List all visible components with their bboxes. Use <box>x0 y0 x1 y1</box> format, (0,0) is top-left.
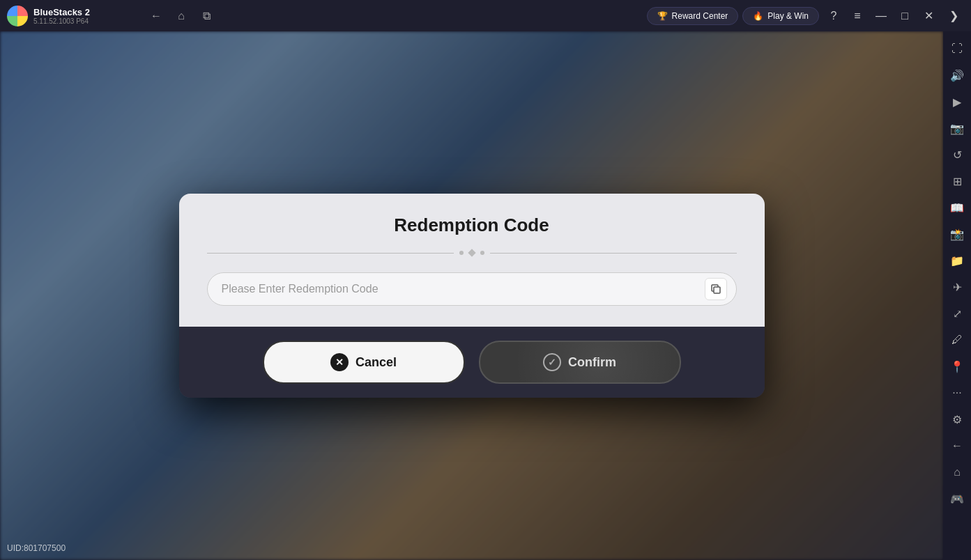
modal-top: Redemption Code <box>179 194 765 327</box>
more-icon[interactable]: ··· <box>945 381 969 405</box>
gamepad-icon[interactable]: 🎮 <box>945 487 969 511</box>
resize-icon[interactable]: ⤢ <box>945 302 969 325</box>
refresh-icon[interactable]: ↺ <box>945 143 969 166</box>
reward-icon: 🏆 <box>657 11 668 21</box>
topbar-left: BlueStacks 2 5.11.52.1003 P64 <box>0 6 139 26</box>
copy-nav-icon[interactable]: ⧉ <box>197 6 216 26</box>
back-nav-icon[interactable]: ← <box>146 6 166 26</box>
input-wrapper <box>207 272 737 306</box>
brush-icon[interactable]: 🖊 <box>945 328 969 352</box>
home2-icon[interactable]: ⌂ <box>945 460 969 484</box>
redemption-code-input[interactable] <box>207 272 737 306</box>
modal-divider <box>207 250 737 256</box>
play-icon: 🔥 <box>753 11 763 21</box>
home-nav-icon[interactable]: ⌂ <box>171 6 191 26</box>
help-button[interactable]: ? <box>823 6 844 26</box>
topbar-nav: ← ⌂ ⧉ <box>139 6 223 26</box>
confirm-button[interactable]: ✓ Confirm <box>479 341 681 384</box>
topbar-icons: ? ≡ — □ ✕ <box>823 6 939 26</box>
cancel-icon: ✕ <box>330 353 349 371</box>
close-button[interactable]: ✕ <box>918 6 939 26</box>
book-icon[interactable]: 📖 <box>945 196 969 219</box>
folder-icon[interactable]: 📁 <box>945 249 969 272</box>
divider-dot-2 <box>480 251 484 255</box>
location-icon[interactable]: 📍 <box>945 355 969 378</box>
camera-icon[interactable]: 📷 <box>945 116 969 140</box>
play-win-label: Play & Win <box>767 11 809 21</box>
cancel-button[interactable]: ✕ Cancel <box>263 341 465 384</box>
minimize-button[interactable]: — <box>871 6 892 26</box>
right-sidebar: ⛶ 🔊 ▶ 📷 ↺ ⊞ 📖 📸 📁 ✈ ⤢ 🖊 📍 ··· ⚙ ← ⌂ 🎮 <box>943 31 971 560</box>
modal-title: Redemption Code <box>207 215 737 236</box>
confirm-label: Confirm <box>568 355 616 370</box>
cancel-label: Cancel <box>355 355 397 370</box>
svg-rect-0 <box>714 287 720 293</box>
volume-icon[interactable]: 🔊 <box>945 63 969 87</box>
app-title: BlueStacks 2 <box>33 7 90 17</box>
settings-icon[interactable]: ⚙ <box>945 407 969 431</box>
divider-line-right <box>490 253 737 254</box>
divider-dot-1 <box>459 251 464 255</box>
menu-button[interactable]: ≡ <box>847 6 868 26</box>
play-win-button[interactable]: 🔥 Play & Win <box>742 7 819 25</box>
topbar-right: 🏆 Reward Center 🔥 Play & Win ? ≡ — □ ✕ ❯ <box>640 6 971 26</box>
reward-center-button[interactable]: 🏆 Reward Center <box>647 7 739 25</box>
maximize-button[interactable]: □ <box>894 6 915 26</box>
expand-button[interactable]: ❯ <box>943 6 964 26</box>
airplane-icon[interactable]: ✈ <box>945 275 969 299</box>
modal-overlay: Redemption Code <box>0 31 943 560</box>
layers-icon[interactable]: ⊞ <box>945 169 969 193</box>
paste-icon[interactable] <box>705 278 727 300</box>
app-logo <box>7 6 28 26</box>
topbar: BlueStacks 2 5.11.52.1003 P64 ← ⌂ ⧉ 🏆 Re… <box>0 0 971 31</box>
fullscreen-icon[interactable]: ⛶ <box>945 37 969 61</box>
video-icon[interactable]: ▶ <box>945 90 969 114</box>
app-version: 5.11.52.1003 P64 <box>33 17 90 25</box>
reward-center-label: Reward Center <box>672 11 728 21</box>
modal-bottom: ✕ Cancel ✓ Confirm <box>179 327 765 398</box>
screenshot-icon[interactable]: 📸 <box>945 222 969 246</box>
divider-diamond <box>468 249 475 256</box>
confirm-icon: ✓ <box>543 353 561 371</box>
divider-line-left <box>207 253 454 254</box>
redemption-modal: Redemption Code <box>179 194 765 398</box>
app-title-group: BlueStacks 2 5.11.52.1003 P64 <box>33 7 90 25</box>
back-sidebar-icon[interactable]: ← <box>945 434 969 458</box>
